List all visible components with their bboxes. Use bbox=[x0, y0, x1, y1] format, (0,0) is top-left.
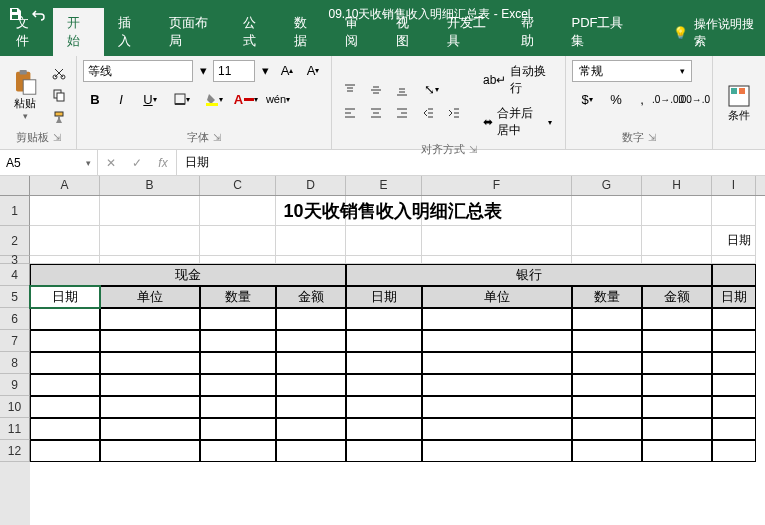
cell[interactable] bbox=[100, 226, 200, 256]
data-cell[interactable] bbox=[642, 330, 712, 352]
tab-page-layout[interactable]: 页面布局 bbox=[155, 8, 229, 56]
data-cell[interactable] bbox=[346, 396, 422, 418]
data-cell[interactable] bbox=[276, 396, 346, 418]
increase-font-button[interactable]: A▴ bbox=[275, 60, 299, 80]
data-cell[interactable] bbox=[422, 440, 572, 462]
row-header[interactable]: 4 bbox=[0, 264, 30, 286]
data-cell[interactable] bbox=[30, 330, 100, 352]
wrap-text-button[interactable]: ab↵ 自动换行 bbox=[476, 60, 559, 100]
data-cell[interactable] bbox=[422, 352, 572, 374]
row-header[interactable]: 8 bbox=[0, 352, 30, 374]
underline-button[interactable]: U ▾ bbox=[135, 89, 165, 109]
row-header[interactable]: 3 bbox=[0, 256, 30, 264]
sheet-title[interactable]: 10天收销售收入明细汇总表 bbox=[30, 196, 756, 226]
data-cell[interactable] bbox=[642, 418, 712, 440]
cell[interactable] bbox=[642, 226, 712, 256]
select-all-corner[interactable] bbox=[0, 176, 30, 195]
row-header[interactable]: 11 bbox=[0, 418, 30, 440]
data-cell[interactable] bbox=[712, 308, 756, 330]
comma-button[interactable]: , bbox=[630, 89, 654, 109]
align-center-button[interactable] bbox=[364, 103, 388, 123]
tab-formulas[interactable]: 公式 bbox=[229, 8, 280, 56]
font-size-dropdown-icon[interactable]: ▾ bbox=[257, 60, 273, 80]
data-cell[interactable] bbox=[276, 440, 346, 462]
data-cell[interactable] bbox=[346, 440, 422, 462]
data-cell[interactable] bbox=[712, 396, 756, 418]
data-cell[interactable] bbox=[276, 308, 346, 330]
data-cell[interactable] bbox=[200, 330, 276, 352]
data-cell[interactable] bbox=[572, 440, 642, 462]
tab-data[interactable]: 数据 bbox=[280, 8, 331, 56]
row-header[interactable]: 2 bbox=[0, 226, 30, 256]
decrease-font-button[interactable]: A▾ bbox=[301, 60, 325, 80]
header-qty-2[interactable]: 数量 bbox=[572, 286, 642, 308]
cell[interactable] bbox=[30, 256, 100, 264]
merge-center-button[interactable]: ⬌ 合并后居中 ▾ bbox=[476, 102, 559, 142]
tab-view[interactable]: 视图 bbox=[382, 8, 433, 56]
data-cell[interactable] bbox=[712, 330, 756, 352]
align-left-button[interactable] bbox=[338, 103, 362, 123]
cell[interactable] bbox=[30, 226, 100, 256]
clipboard-launcher-icon[interactable]: ⇲ bbox=[53, 132, 61, 143]
font-color-button[interactable]: A ▾ bbox=[231, 89, 261, 109]
data-cell[interactable] bbox=[346, 418, 422, 440]
header-date-2[interactable]: 日期 bbox=[346, 286, 422, 308]
percent-button[interactable]: % bbox=[604, 89, 628, 109]
data-cell[interactable] bbox=[200, 352, 276, 374]
fill-color-button[interactable]: ▾ bbox=[199, 89, 229, 109]
data-cell[interactable] bbox=[572, 418, 642, 440]
data-cell[interactable] bbox=[30, 396, 100, 418]
cell[interactable] bbox=[100, 256, 200, 264]
cell[interactable] bbox=[276, 256, 346, 264]
tab-file[interactable]: 文件 bbox=[2, 8, 53, 56]
fx-button[interactable]: fx bbox=[150, 150, 176, 175]
data-cell[interactable] bbox=[276, 418, 346, 440]
row-header[interactable]: 7 bbox=[0, 330, 30, 352]
data-cell[interactable] bbox=[30, 374, 100, 396]
tab-pdf-tools[interactable]: PDF工具集 bbox=[557, 8, 642, 56]
data-cell[interactable] bbox=[100, 396, 200, 418]
tab-help[interactable]: 帮助 bbox=[507, 8, 558, 56]
number-format-dropdown[interactable]: 常规 ▾ bbox=[572, 60, 692, 82]
data-cell[interactable] bbox=[572, 396, 642, 418]
align-top-button[interactable] bbox=[338, 80, 362, 100]
data-cell[interactable] bbox=[30, 308, 100, 330]
cell[interactable] bbox=[642, 256, 712, 264]
data-cell[interactable] bbox=[100, 418, 200, 440]
data-cell[interactable] bbox=[200, 440, 276, 462]
font-name-dropdown-icon[interactable]: ▾ bbox=[195, 60, 211, 80]
data-cell[interactable] bbox=[100, 374, 200, 396]
data-cell[interactable] bbox=[276, 330, 346, 352]
data-cell[interactable] bbox=[346, 330, 422, 352]
data-cell[interactable] bbox=[346, 308, 422, 330]
group-header-extra[interactable] bbox=[712, 264, 756, 286]
italic-button[interactable]: I bbox=[109, 89, 133, 109]
cell[interactable] bbox=[276, 226, 346, 256]
data-cell[interactable] bbox=[572, 374, 642, 396]
data-cell[interactable] bbox=[100, 330, 200, 352]
phonetic-button[interactable]: wén▾ bbox=[263, 89, 293, 109]
align-right-button[interactable] bbox=[390, 103, 414, 123]
data-cell[interactable] bbox=[642, 308, 712, 330]
data-cell[interactable] bbox=[712, 352, 756, 374]
enter-icon[interactable]: ✓ bbox=[124, 150, 150, 175]
font-launcher-icon[interactable]: ⇲ bbox=[213, 132, 221, 143]
accounting-format-button[interactable]: $▾ bbox=[572, 89, 602, 109]
data-cell[interactable] bbox=[200, 396, 276, 418]
data-cell[interactable] bbox=[200, 374, 276, 396]
data-cell[interactable] bbox=[276, 352, 346, 374]
cell[interactable] bbox=[346, 256, 422, 264]
formula-input[interactable]: 日期 bbox=[177, 154, 765, 171]
column-header[interactable]: F bbox=[422, 176, 572, 195]
decrease-decimal-button[interactable]: .00→.0 bbox=[682, 89, 706, 109]
header-unit[interactable]: 单位 bbox=[100, 286, 200, 308]
cell[interactable] bbox=[422, 256, 572, 264]
data-cell[interactable] bbox=[572, 352, 642, 374]
cell[interactable] bbox=[422, 226, 572, 256]
data-cell[interactable] bbox=[642, 440, 712, 462]
decrease-indent-button[interactable] bbox=[416, 103, 440, 123]
data-cell[interactable] bbox=[712, 374, 756, 396]
tab-home[interactable]: 开始 bbox=[53, 8, 104, 56]
name-box[interactable]: A5 ▾ bbox=[0, 150, 98, 175]
border-button[interactable]: ▾ bbox=[167, 89, 197, 109]
